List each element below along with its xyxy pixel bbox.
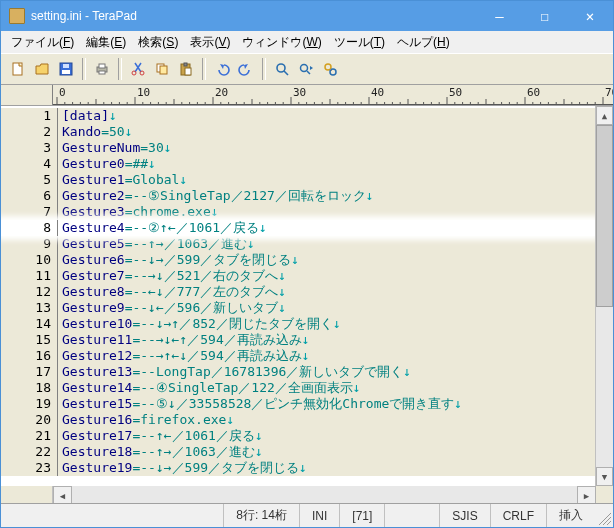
ruler: 010203040506070	[1, 85, 613, 106]
scroll-track[interactable]	[596, 307, 613, 467]
line-content[interactable]: Gesture15=--⑤↓／33558528／ピンチ無効化Chromeで開き直…	[58, 396, 595, 412]
line-21[interactable]: 21Gesture17=--↑←／1061／戻る↓	[1, 428, 595, 444]
eol-mark: ↓	[302, 332, 310, 347]
line-12[interactable]: 12Gesture8=--←↓／777／左のタブへ↓	[1, 284, 595, 300]
menu-v[interactable]: 表示(V)	[184, 32, 236, 53]
line-number: 4	[1, 156, 58, 172]
menu-t[interactable]: ツール(T)	[328, 32, 391, 53]
line-8[interactable]: 8Gesture4=--②↑←／1061／戻る↓	[1, 220, 595, 236]
menu-f[interactable]: ファイル(F)	[5, 32, 80, 53]
vertical-scrollbar[interactable]: ▲ ▼	[595, 106, 613, 486]
line-content[interactable]: Gesture18=--↑→／1063／進む↓	[58, 444, 595, 460]
scroll-up-button[interactable]: ▲	[596, 106, 613, 125]
line-content[interactable]: [data]↓	[58, 108, 595, 124]
line-19[interactable]: 19Gesture15=--⑤↓／33558528／ピンチ無効化Chromeで開…	[1, 396, 595, 412]
line-content[interactable]: Gesture2=--⑤SingleTap／2127／回転をロック↓	[58, 188, 595, 204]
line-content[interactable]: Gesture16=firefox.exe↓	[58, 412, 595, 428]
line-22[interactable]: 22Gesture18=--↑→／1063／進む↓	[1, 444, 595, 460]
line-3[interactable]: 3GestureNum=30↓	[1, 140, 595, 156]
line-18[interactable]: 18Gesture14=--④SingleTap／122／全画面表示↓	[1, 380, 595, 396]
line-16[interactable]: 16Gesture12=--→↑←↓／594／再読み込み↓	[1, 348, 595, 364]
eol-mark: ↓	[454, 396, 462, 411]
line-content[interactable]: Kando=50↓	[58, 124, 595, 140]
menubar: ファイル(F)編集(E)検索(S)表示(V)ウィンドウ(W)ツール(T)ヘルプ(…	[1, 31, 613, 53]
menu-e[interactable]: 編集(E)	[80, 32, 132, 53]
copy-button[interactable]	[151, 58, 173, 80]
line-1[interactable]: 1[data]↓	[1, 108, 595, 124]
line-content[interactable]: Gesture3=chrome.exe↓	[58, 204, 595, 220]
terapad-window: setting.ini - TeraPad — ☐ ✕ ファイル(F)編集(E)…	[0, 0, 614, 528]
line-number: 18	[1, 380, 58, 396]
line-10[interactable]: 10Gesture6=--↓→／599／タブを閉じる↓	[1, 252, 595, 268]
line-content[interactable]: Gesture4=--②↑←／1061／戻る↓	[58, 220, 595, 236]
menu-h[interactable]: ヘルプ(H)	[391, 32, 456, 53]
line-content[interactable]: Gesture12=--→↑←↓／594／再読み込み↓	[58, 348, 595, 364]
line-4[interactable]: 4Gesture0=##↓	[1, 156, 595, 172]
line-content[interactable]: Gesture17=--↑←／1061／戻る↓	[58, 428, 595, 444]
close-button[interactable]: ✕	[567, 1, 613, 31]
svg-text:40: 40	[371, 86, 384, 99]
find-next-button[interactable]	[295, 58, 317, 80]
open-file-button[interactable]	[31, 58, 53, 80]
line-content[interactable]: Gesture5=--↑→／1063／進む↓	[58, 236, 595, 252]
print-button[interactable]	[91, 58, 113, 80]
line-9[interactable]: 9Gesture5=--↑→／1063／進む↓	[1, 236, 595, 252]
line-5[interactable]: 5Gesture1=Global↓	[1, 172, 595, 188]
eol-mark: ↓	[278, 284, 286, 299]
svg-point-8	[140, 71, 144, 75]
new-file-button[interactable]	[7, 58, 29, 80]
menu-s[interactable]: 検索(S)	[132, 32, 184, 53]
hscroll-track[interactable]	[72, 486, 577, 503]
app-icon	[9, 8, 25, 24]
line-content[interactable]: Gesture9=--↓←／596／新しいタブ↓	[58, 300, 595, 316]
save-button[interactable]	[55, 58, 77, 80]
resize-grip[interactable]	[595, 504, 613, 527]
line-2[interactable]: 2Kando=50↓	[1, 124, 595, 140]
redo-button[interactable]	[235, 58, 257, 80]
line-content[interactable]: Gesture19=--↓→／599／タブを閉じる↓	[58, 460, 595, 476]
line-content[interactable]: Gesture13=--LongTap／16781396／新しいタブで開く↓	[58, 364, 595, 380]
titlebar[interactable]: setting.ini - TeraPad — ☐ ✕	[1, 1, 613, 31]
toolbar	[1, 53, 613, 85]
line-content[interactable]: Gesture14=--④SingleTap／122／全画面表示↓	[58, 380, 595, 396]
scroll-thumb[interactable]	[596, 125, 613, 307]
line-number: 21	[1, 428, 58, 444]
menu-w[interactable]: ウィンドウ(W)	[236, 32, 327, 53]
line-content[interactable]: Gesture1=Global↓	[58, 172, 595, 188]
line-number: 5	[1, 172, 58, 188]
line-content[interactable]: Gesture7=--→↓／521／右のタブへ↓	[58, 268, 595, 284]
maximize-button[interactable]: ☐	[522, 1, 567, 31]
scroll-down-button[interactable]: ▼	[596, 467, 613, 486]
line-23[interactable]: 23Gesture19=--↓→／599／タブを閉じる↓	[1, 460, 595, 476]
horizontal-scrollbar[interactable]: ◀ ▶	[1, 486, 613, 503]
eol-mark: ↓	[255, 444, 263, 459]
line-13[interactable]: 13Gesture9=--↓←／596／新しいタブ↓	[1, 300, 595, 316]
text-editor[interactable]: 1[data]↓2Kando=50↓3GestureNum=30↓4Gestur…	[1, 106, 595, 486]
replace-button[interactable]	[319, 58, 341, 80]
line-11[interactable]: 11Gesture7=--→↓／521／右のタブへ↓	[1, 268, 595, 284]
line-content[interactable]: Gesture6=--↓→／599／タブを閉じる↓	[58, 252, 595, 268]
line-content[interactable]: Gesture11=--→↓←↑／594／再読み込み↓	[58, 332, 595, 348]
line-7[interactable]: 7Gesture3=chrome.exe↓	[1, 204, 595, 220]
line-number: 15	[1, 332, 58, 348]
cut-button[interactable]	[127, 58, 149, 80]
line-content[interactable]: Gesture8=--←↓／777／左のタブへ↓	[58, 284, 595, 300]
svg-rect-5	[99, 64, 105, 68]
paste-button[interactable]	[175, 58, 197, 80]
line-6[interactable]: 6Gesture2=--⑤SingleTap／2127／回転をロック↓	[1, 188, 595, 204]
find-button[interactable]	[271, 58, 293, 80]
eol-mark: ↓	[403, 364, 411, 379]
minimize-button[interactable]: —	[477, 1, 522, 31]
line-content[interactable]: GestureNum=30↓	[58, 140, 595, 156]
line-17[interactable]: 17Gesture13=--LongTap／16781396／新しいタブで開く↓	[1, 364, 595, 380]
line-number: 22	[1, 444, 58, 460]
line-content[interactable]: Gesture0=##↓	[58, 156, 595, 172]
undo-button[interactable]	[211, 58, 233, 80]
line-15[interactable]: 15Gesture11=--→↓←↑／594／再読み込み↓	[1, 332, 595, 348]
line-content[interactable]: Gesture10=--↓→↑／852／閉じたタブを開く↓	[58, 316, 595, 332]
line-14[interactable]: 14Gesture10=--↓→↑／852／閉じたタブを開く↓	[1, 316, 595, 332]
line-20[interactable]: 20Gesture16=firefox.exe↓	[1, 412, 595, 428]
eol-mark: ↓	[247, 236, 255, 251]
svg-rect-6	[99, 71, 105, 74]
line-number: 20	[1, 412, 58, 428]
